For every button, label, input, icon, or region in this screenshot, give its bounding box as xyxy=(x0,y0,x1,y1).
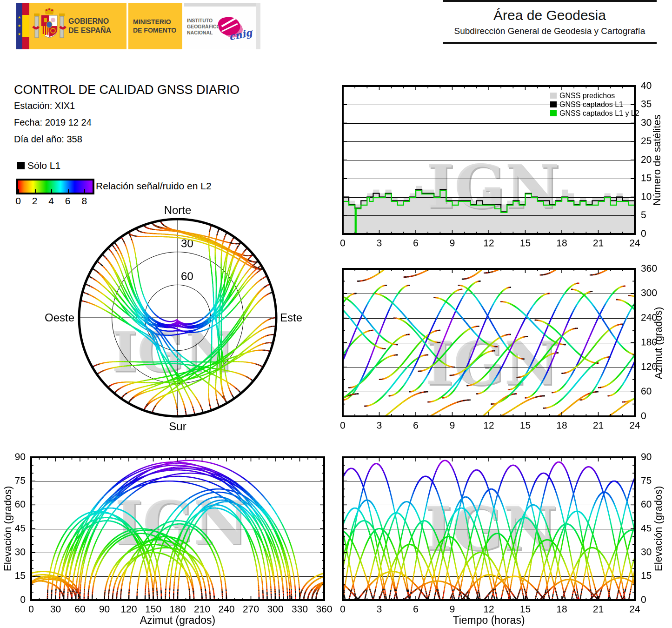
header-bottom-rule xyxy=(443,42,657,44)
colorbar-tick xyxy=(18,189,19,193)
captados-l1l2-swatch xyxy=(550,110,557,116)
skyplot-canvas xyxy=(70,200,288,435)
elevation-time-ylabel: Elevación (grados) xyxy=(652,477,665,580)
legend-row: GNSS captados L1 xyxy=(550,100,639,109)
captados-l1-label: GNSS captados L1 xyxy=(559,100,623,109)
colorbar-tick-label: 2 xyxy=(32,195,38,207)
panel-top-strip xyxy=(184,3,260,7)
elevation-azimuth-xlabel: Azimut (grados) xyxy=(108,614,247,627)
satellite-count-ylabel: Número de satélites xyxy=(651,104,663,216)
azimuth-time-chart-canvas xyxy=(337,264,663,432)
eu-flag-icon: ★★★ xyxy=(16,3,22,49)
colorbar-tick xyxy=(84,189,85,193)
area-title: Área de Geodesia xyxy=(443,7,657,23)
predichos-label: GNSS predichos xyxy=(559,92,615,100)
satellite-count-legend: GNSS predichos GNSS captados L1 GNSS cap… xyxy=(550,91,639,118)
legend-row: GNSS captados L1 y L2 xyxy=(550,109,639,118)
skyplot-north-label: Norte xyxy=(150,204,206,217)
captados-l1l2-label: GNSS captados L1 y L2 xyxy=(559,109,639,118)
header-top-rule xyxy=(443,0,657,2)
ministerio-label: MINISTERIO DE FOMENTO xyxy=(128,18,176,34)
colorbar-tick xyxy=(51,189,52,193)
doy-label: Día del año: 358 xyxy=(14,134,82,145)
skyplot-east-label: Este xyxy=(280,311,313,324)
legend-row: GNSS predichos xyxy=(550,91,639,100)
gnss-quality-report-page: ★★★ GOBIERNO DE ESPAÑA MINISTERIO xyxy=(0,0,672,628)
skyplot-south-label: Sur xyxy=(154,420,201,433)
elevation-time-chart-canvas xyxy=(337,453,663,626)
area-subtitle: Subdirección General de Geodesia y Carto… xyxy=(443,26,657,36)
spain-flag-icon xyxy=(22,3,29,49)
date-label: Fecha: 2019 12 24 xyxy=(14,117,92,128)
report-title: CONTROL DE CALIDAD GNSS DIARIO xyxy=(14,83,240,97)
elevation-azimuth-ylabel: Elevación (grados) xyxy=(2,477,14,580)
colorbar-tick xyxy=(35,189,36,193)
predichos-swatch xyxy=(550,93,557,99)
azimuth-time-ylabel: Azimut (grados) xyxy=(652,292,665,394)
ministerio-banner: MINISTERIO DE FOMENTO xyxy=(128,3,182,49)
solo-l1-legend: Sólo L1 xyxy=(17,160,60,171)
colorbar-tick-label: 4 xyxy=(48,195,54,207)
area-geodesia-header: Área de Geodesia Subdirección General de… xyxy=(443,0,657,44)
gobierno-banner: ★★★ GOBIERNO DE ESPAÑA xyxy=(16,3,126,49)
instituto-panel: INSTITUTO GEOGRÁFICO NACIONAL cnig xyxy=(184,3,260,49)
skyplot-west-label: Oeste xyxy=(43,311,74,324)
gobierno-label: GOBIERNO DE ESPAÑA xyxy=(68,17,111,35)
station-label: Estación: XIX1 xyxy=(14,100,75,111)
cnig-logo: cnig xyxy=(215,15,247,43)
colorbar-tick-label: 0 xyxy=(15,195,21,207)
elevation-azimuth-chart-canvas xyxy=(9,453,337,626)
colorbar-tick xyxy=(68,189,69,193)
panel-right-strip xyxy=(256,3,260,49)
snr-colorbar-title: Relación señal/ruido en L2 xyxy=(96,180,212,192)
solo-l1-swatch xyxy=(17,162,25,169)
solo-l1-label: Sólo L1 xyxy=(27,160,60,171)
captados-l1-swatch xyxy=(550,101,557,107)
elevation-time-xlabel: Tiempo (horas) xyxy=(419,614,559,627)
spain-coat-of-arms-icon xyxy=(32,6,67,47)
snr-colorbar xyxy=(16,179,94,194)
